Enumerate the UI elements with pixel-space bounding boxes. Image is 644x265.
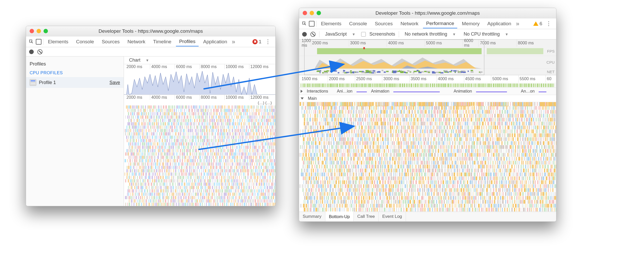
titlebar[interactable]: Developer Tools - https://www.google.com… — [26, 26, 275, 36]
animation-span[interactable] — [393, 90, 440, 92]
svg-rect-4278 — [349, 137, 349, 141]
svg-rect-4849 — [350, 153, 351, 157]
tab-elements[interactable]: Elements — [318, 19, 344, 28]
tab-sources[interactable]: Sources — [372, 19, 396, 28]
detail-ruler[interactable]: 2000 ms 4000 ms 6000 ms 8000 ms 10000 ms… — [124, 95, 275, 100]
overview-ruler[interactable]: 2000 ms 4000 ms 6000 ms 8000 ms 10000 ms… — [124, 64, 275, 69]
network-throttle-dropdown[interactable]: No network throttling ▼ — [403, 30, 458, 38]
svg-rect-5657 — [552, 172, 554, 176]
tab-application[interactable]: Application — [484, 19, 514, 28]
net-lane[interactable]: NET — [299, 69, 556, 75]
svg-rect-6607 — [474, 200, 475, 204]
screenshots-checkbox[interactable] — [361, 32, 366, 37]
svg-rect-4493 — [487, 141, 488, 145]
animation-span[interactable] — [539, 90, 546, 92]
interactions-track[interactable]: Interactions Ani…ion Animation Animation… — [299, 88, 556, 95]
svg-rect-6633 — [522, 200, 523, 204]
svg-rect-4403 — [328, 141, 328, 145]
js-sampling-dropdown[interactable]: JavaScript ▼ — [323, 30, 358, 38]
overview-ruler[interactable]: 1000 ms 2000 ms 3000 ms 4000 ms 5000 ms … — [299, 39, 556, 47]
tab-network[interactable]: Network — [397, 19, 422, 28]
sidebar-item-profile-1[interactable]: Profile 1 Save — [26, 77, 124, 88]
minimize-icon[interactable] — [37, 29, 41, 33]
svg-rect-5534 — [327, 172, 327, 176]
close-icon[interactable] — [303, 11, 307, 15]
expand-icon[interactable] — [301, 90, 303, 93]
inspect-icon[interactable] — [29, 39, 34, 45]
svg-rect-6521 — [318, 200, 319, 204]
fps-lane[interactable]: FPS — [299, 47, 556, 56]
svg-rect-2561 — [224, 199, 225, 202]
close-icon[interactable] — [30, 29, 34, 33]
svg-rect-3634 — [456, 118, 457, 122]
tab-sources[interactable]: Sources — [99, 37, 123, 46]
svg-rect-6334 — [484, 192, 485, 196]
animation-span[interactable] — [357, 90, 367, 92]
svg-rect-5441 — [412, 169, 414, 172]
svg-rect-620 — [259, 126, 260, 129]
more-tabs-icon[interactable]: » — [516, 20, 519, 27]
svg-rect-3277 — [315, 110, 316, 114]
tab-call-tree[interactable]: Call Tree — [354, 212, 379, 221]
cpu-sparkline[interactable] — [124, 69, 275, 95]
collapse-icon[interactable] — [301, 97, 304, 100]
svg-rect-1741 — [177, 169, 177, 172]
svg-rect-3235 — [496, 106, 498, 110]
cpu-lane[interactable]: CPU — [299, 56, 556, 69]
svg-rect-5584 — [416, 172, 418, 176]
zoom-icon[interactable] — [317, 11, 321, 15]
tab-performance[interactable]: Performance — [423, 19, 457, 28]
device-toggle-icon[interactable] — [36, 39, 41, 45]
animation-span[interactable] — [476, 90, 507, 92]
svg-rect-4583 — [396, 145, 396, 149]
overview-panel[interactable]: 1000 ms 2000 ms 3000 ms 4000 ms 5000 ms … — [299, 39, 556, 75]
save-link[interactable]: Save — [109, 80, 120, 85]
record-button[interactable] — [29, 49, 34, 54]
tab-application[interactable]: Application — [200, 37, 230, 46]
tab-console[interactable]: Console — [346, 19, 370, 28]
svg-rect-5809 — [324, 180, 326, 184]
clear-button[interactable] — [37, 49, 43, 54]
tab-timeline[interactable]: Timeline — [150, 37, 174, 46]
tab-profiles[interactable]: Profiles — [176, 37, 198, 46]
titlebar[interactable]: Developer Tools - https://www.google.com… — [299, 8, 556, 18]
flame-chart[interactable] — [124, 105, 275, 206]
settings-menu-icon[interactable]: ⋮ — [263, 38, 273, 45]
svg-rect-2533 — [174, 199, 176, 202]
svg-rect-4380 — [538, 137, 540, 141]
tab-elements[interactable]: Elements — [45, 37, 71, 46]
svg-rect-4311 — [412, 137, 412, 141]
view-dropdown[interactable]: Chart ▼ — [127, 56, 151, 64]
inspect-icon[interactable] — [302, 21, 307, 27]
svg-rect-3229 — [486, 106, 487, 110]
minimize-icon[interactable] — [310, 11, 314, 15]
tab-network[interactable]: Network — [124, 37, 149, 46]
tab-memory[interactable]: Memory — [459, 19, 483, 28]
clear-button[interactable] — [310, 32, 316, 37]
svg-rect-1711 — [130, 169, 131, 172]
svg-rect-1581 — [205, 162, 206, 165]
tab-console[interactable]: Console — [73, 37, 97, 46]
frames-strip[interactable] — [299, 82, 556, 88]
cpu-throttle-dropdown[interactable]: No CPU throttling ▼ — [462, 30, 511, 38]
detail-ruler[interactable]: 1500 ms 2000 ms 2500 ms 3000 ms 3500 ms … — [299, 75, 556, 82]
device-toggle-icon[interactable] — [309, 21, 315, 27]
svg-rect-3125 — [301, 106, 302, 110]
main-flame-chart[interactable] — [299, 102, 556, 212]
zoom-icon[interactable] — [44, 29, 48, 33]
warning-count[interactable]: 6 — [533, 21, 542, 27]
svg-rect-5140 — [371, 161, 373, 165]
tab-event-log[interactable]: Event Log — [379, 212, 406, 221]
record-button[interactable] — [302, 32, 307, 37]
settings-menu-icon[interactable]: ⋮ — [544, 20, 554, 27]
error-count[interactable]: ✖ 1 — [252, 39, 261, 45]
tab-bottom-up[interactable]: Bottom-Up — [325, 212, 354, 221]
tab-summary[interactable]: Summary — [299, 212, 325, 221]
svg-rect-3395 — [528, 110, 529, 114]
main-track-header[interactable]: Main — [299, 95, 556, 102]
more-tabs-icon[interactable]: » — [232, 38, 235, 45]
svg-rect-6570 — [408, 200, 409, 204]
svg-rect-5298 — [400, 165, 402, 169]
svg-rect-684 — [212, 129, 213, 132]
svg-rect-3392 — [522, 110, 524, 114]
